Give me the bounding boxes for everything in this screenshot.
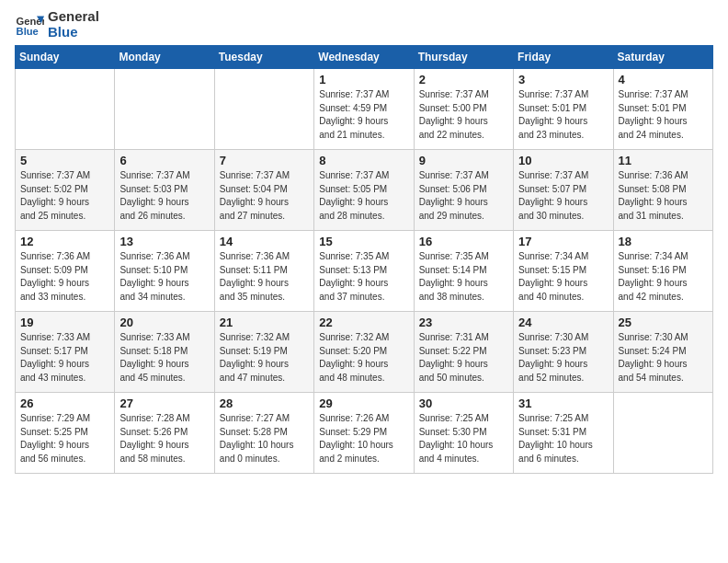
day-number: 18 xyxy=(619,235,708,248)
day-number: 4 xyxy=(619,73,708,86)
calendar-day-20: 20Sunrise: 7:33 AMSunset: 5:18 PMDayligh… xyxy=(115,312,214,393)
calendar-table: SundayMondayTuesdayWednesdayThursdayFrid… xyxy=(15,45,713,474)
calendar-day-15: 15Sunrise: 7:35 AMSunset: 5:13 PMDayligh… xyxy=(314,231,414,312)
calendar-day-6: 6Sunrise: 7:37 AMSunset: 5:03 PMDaylight… xyxy=(115,150,214,231)
calendar-day-17: 17Sunrise: 7:34 AMSunset: 5:15 PMDayligh… xyxy=(514,231,613,312)
calendar-week-row: 26Sunrise: 7:29 AMSunset: 5:25 PMDayligh… xyxy=(16,393,713,474)
day-info: Sunrise: 7:33 AMSunset: 5:17 PMDaylight:… xyxy=(20,331,109,385)
weekday-header-row: SundayMondayTuesdayWednesdayThursdayFrid… xyxy=(16,46,713,69)
day-info: Sunrise: 7:37 AMSunset: 5:05 PMDaylight:… xyxy=(319,169,408,223)
calendar-day-31: 31Sunrise: 7:25 AMSunset: 5:31 PMDayligh… xyxy=(514,393,613,474)
day-number: 10 xyxy=(518,154,608,167)
day-info: Sunrise: 7:37 AMSunset: 4:59 PMDaylight:… xyxy=(319,88,408,142)
day-number: 26 xyxy=(20,396,109,410)
calendar-day-10: 10Sunrise: 7:37 AMSunset: 5:07 PMDayligh… xyxy=(514,150,613,231)
calendar-day-1: 1Sunrise: 7:37 AMSunset: 4:59 PMDaylight… xyxy=(314,69,414,150)
calendar-day-11: 11Sunrise: 7:36 AMSunset: 5:08 PMDayligh… xyxy=(613,150,712,231)
day-number: 21 xyxy=(220,316,309,329)
day-number: 1 xyxy=(319,73,408,86)
day-number: 7 xyxy=(220,154,309,167)
calendar-empty-cell xyxy=(16,69,115,150)
calendar-day-27: 27Sunrise: 7:28 AMSunset: 5:26 PMDayligh… xyxy=(115,393,214,474)
day-info: Sunrise: 7:30 AMSunset: 5:23 PMDaylight:… xyxy=(518,331,608,385)
logo-blue-text: Blue xyxy=(48,25,99,40)
day-number: 24 xyxy=(518,316,608,329)
day-info: Sunrise: 7:32 AMSunset: 5:19 PMDaylight:… xyxy=(220,331,309,385)
calendar-week-row: 12Sunrise: 7:36 AMSunset: 5:09 PMDayligh… xyxy=(16,231,713,312)
day-info: Sunrise: 7:34 AMSunset: 5:16 PMDaylight:… xyxy=(619,250,708,304)
calendar-day-3: 3Sunrise: 7:37 AMSunset: 5:01 PMDaylight… xyxy=(514,69,613,150)
day-number: 27 xyxy=(119,396,209,410)
day-number: 19 xyxy=(20,316,109,329)
day-number: 31 xyxy=(518,396,608,410)
svg-text:Blue: Blue xyxy=(17,26,39,37)
day-info: Sunrise: 7:25 AMSunset: 5:31 PMDaylight:… xyxy=(518,412,608,465)
weekday-header-friday: Friday xyxy=(514,46,613,69)
day-info: Sunrise: 7:36 AMSunset: 5:11 PMDaylight:… xyxy=(220,250,309,304)
day-number: 16 xyxy=(419,235,508,248)
day-info: Sunrise: 7:37 AMSunset: 5:02 PMDaylight:… xyxy=(20,169,109,223)
day-info: Sunrise: 7:34 AMSunset: 5:15 PMDaylight:… xyxy=(518,250,608,304)
weekday-header-sunday: Sunday xyxy=(16,46,115,69)
day-info: Sunrise: 7:35 AMSunset: 5:14 PMDaylight:… xyxy=(419,250,508,304)
day-number: 8 xyxy=(319,154,408,167)
logo: General Blue General Blue xyxy=(15,9,99,40)
weekday-header-thursday: Thursday xyxy=(414,46,513,69)
day-number: 3 xyxy=(518,73,608,86)
day-info: Sunrise: 7:26 AMSunset: 5:29 PMDaylight:… xyxy=(319,412,408,465)
calendar-day-19: 19Sunrise: 7:33 AMSunset: 5:17 PMDayligh… xyxy=(16,312,115,393)
logo-icon: General Blue xyxy=(15,10,44,40)
day-number: 17 xyxy=(518,235,608,248)
calendar-week-row: 1Sunrise: 7:37 AMSunset: 4:59 PMDaylight… xyxy=(16,69,713,150)
day-number: 14 xyxy=(220,235,309,248)
day-info: Sunrise: 7:37 AMSunset: 5:04 PMDaylight:… xyxy=(220,169,309,223)
calendar-day-23: 23Sunrise: 7:31 AMSunset: 5:22 PMDayligh… xyxy=(414,312,513,393)
day-info: Sunrise: 7:36 AMSunset: 5:10 PMDaylight:… xyxy=(119,250,209,304)
day-info: Sunrise: 7:30 AMSunset: 5:24 PMDaylight:… xyxy=(619,331,708,385)
day-number: 22 xyxy=(319,316,408,329)
day-info: Sunrise: 7:37 AMSunset: 5:01 PMDaylight:… xyxy=(518,88,608,142)
calendar-day-13: 13Sunrise: 7:36 AMSunset: 5:10 PMDayligh… xyxy=(115,231,214,312)
day-number: 12 xyxy=(20,235,109,248)
day-number: 13 xyxy=(119,235,209,248)
calendar-day-7: 7Sunrise: 7:37 AMSunset: 5:04 PMDaylight… xyxy=(214,150,313,231)
day-info: Sunrise: 7:37 AMSunset: 5:01 PMDaylight:… xyxy=(619,88,708,142)
calendar-day-16: 16Sunrise: 7:35 AMSunset: 5:14 PMDayligh… xyxy=(414,231,513,312)
day-info: Sunrise: 7:37 AMSunset: 5:06 PMDaylight:… xyxy=(419,169,508,223)
day-info: Sunrise: 7:36 AMSunset: 5:09 PMDaylight:… xyxy=(20,250,109,304)
day-number: 2 xyxy=(419,73,508,86)
calendar-day-25: 25Sunrise: 7:30 AMSunset: 5:24 PMDayligh… xyxy=(613,312,712,393)
day-info: Sunrise: 7:32 AMSunset: 5:20 PMDaylight:… xyxy=(319,331,408,385)
calendar-week-row: 19Sunrise: 7:33 AMSunset: 5:17 PMDayligh… xyxy=(16,312,713,393)
day-number: 15 xyxy=(319,235,408,248)
day-info: Sunrise: 7:25 AMSunset: 5:30 PMDaylight:… xyxy=(419,412,508,465)
weekday-header-saturday: Saturday xyxy=(613,46,712,69)
day-info: Sunrise: 7:37 AMSunset: 5:03 PMDaylight:… xyxy=(119,169,209,223)
calendar-day-12: 12Sunrise: 7:36 AMSunset: 5:09 PMDayligh… xyxy=(16,231,115,312)
day-info: Sunrise: 7:33 AMSunset: 5:18 PMDaylight:… xyxy=(119,331,209,385)
calendar-day-18: 18Sunrise: 7:34 AMSunset: 5:16 PMDayligh… xyxy=(613,231,712,312)
calendar-day-14: 14Sunrise: 7:36 AMSunset: 5:11 PMDayligh… xyxy=(214,231,313,312)
day-number: 9 xyxy=(419,154,508,167)
calendar-empty-cell xyxy=(115,69,214,150)
calendar-day-5: 5Sunrise: 7:37 AMSunset: 5:02 PMDaylight… xyxy=(16,150,115,231)
calendar-day-21: 21Sunrise: 7:32 AMSunset: 5:19 PMDayligh… xyxy=(214,312,313,393)
day-number: 20 xyxy=(119,316,209,329)
logo-general-text: General xyxy=(48,9,99,25)
day-info: Sunrise: 7:37 AMSunset: 5:00 PMDaylight:… xyxy=(419,88,508,142)
day-info: Sunrise: 7:35 AMSunset: 5:13 PMDaylight:… xyxy=(319,250,408,304)
calendar-page: General Blue General Blue SundayMondayTu… xyxy=(0,0,728,563)
calendar-day-28: 28Sunrise: 7:27 AMSunset: 5:28 PMDayligh… xyxy=(214,393,313,474)
calendar-day-30: 30Sunrise: 7:25 AMSunset: 5:30 PMDayligh… xyxy=(414,393,513,474)
day-number: 6 xyxy=(119,154,209,167)
header: General Blue General Blue xyxy=(15,9,713,40)
calendar-day-4: 4Sunrise: 7:37 AMSunset: 5:01 PMDaylight… xyxy=(613,69,712,150)
calendar-day-24: 24Sunrise: 7:30 AMSunset: 5:23 PMDayligh… xyxy=(514,312,613,393)
calendar-empty-cell xyxy=(214,69,313,150)
day-info: Sunrise: 7:28 AMSunset: 5:26 PMDaylight:… xyxy=(119,412,209,465)
calendar-day-2: 2Sunrise: 7:37 AMSunset: 5:00 PMDaylight… xyxy=(414,69,513,150)
weekday-header-monday: Monday xyxy=(115,46,214,69)
day-number: 11 xyxy=(619,154,708,167)
weekday-header-wednesday: Wednesday xyxy=(314,46,414,69)
day-number: 28 xyxy=(220,396,309,410)
